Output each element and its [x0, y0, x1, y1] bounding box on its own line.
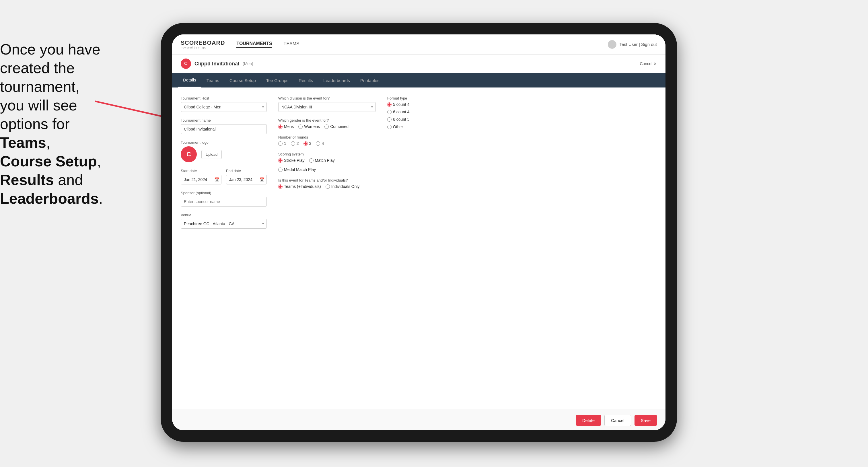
right-column: Format type 5 count 4 6 count 4 6 count …: [387, 96, 468, 400]
scoring-label: Scoring system: [278, 152, 376, 156]
left-column: Tournament Host Clippd College - Men Tou…: [181, 96, 267, 400]
scoring-match[interactable]: Match Play: [309, 158, 335, 163]
host-group: Tournament Host Clippd College - Men: [181, 96, 267, 112]
teams-radio-group: Teams (+Individuals) Individuals Only: [278, 184, 376, 189]
scoring-radio-group: Stroke Play Match Play Medal Match Play: [278, 158, 376, 172]
teams-plus-individuals[interactable]: Teams (+Individuals): [278, 184, 321, 189]
tournament-name: Clippd Invitational: [194, 61, 239, 67]
host-select[interactable]: Clippd College - Men: [181, 102, 267, 112]
nav-logo: SCOREBOARD Powered by clippd: [181, 39, 225, 49]
host-label: Tournament Host: [181, 96, 267, 100]
logo-sub: Powered by clippd: [181, 46, 225, 49]
name-label: Tournament name: [181, 118, 267, 123]
sponsor-input[interactable]: [181, 197, 267, 207]
teams-group: Is this event for Teams and/or Individua…: [278, 178, 376, 189]
division-select-wrapper: NCAA Division III: [278, 102, 376, 112]
logo-group: Tournament logo C Upload: [181, 140, 267, 162]
tab-tee-groups[interactable]: Tee Groups: [261, 73, 294, 88]
start-date-group: Start date 📅: [181, 169, 221, 184]
logo-preview: C: [181, 146, 197, 162]
nav-links: TOURNAMENTS TEAMS: [236, 41, 299, 48]
name-input[interactable]: [181, 124, 267, 134]
upload-button[interactable]: Upload: [202, 150, 222, 159]
venue-group: Venue Peachtree GC - Atlanta - GA: [181, 213, 267, 229]
delete-button[interactable]: Delete: [576, 415, 601, 426]
gender-mens[interactable]: Mens: [278, 124, 294, 129]
tab-details[interactable]: Details: [178, 73, 202, 88]
tab-results[interactable]: Results: [293, 73, 318, 88]
avatar: [608, 40, 616, 49]
logo-label: Tournament logo: [181, 140, 267, 145]
rounds-1[interactable]: 1: [278, 141, 286, 146]
tournament-icon: C: [181, 59, 191, 69]
save-button[interactable]: Save: [634, 415, 657, 426]
division-group: Which division is the event for? NCAA Di…: [278, 96, 376, 112]
format-6count5[interactable]: 6 count 5: [387, 117, 468, 122]
tournament-header: C Clippd Invitational (Men) Cancel ✕: [172, 55, 665, 73]
host-select-wrapper: Clippd College - Men: [181, 102, 267, 112]
nav-left: SCOREBOARD Powered by clippd TOURNAMENTS…: [181, 39, 300, 49]
scoring-medal[interactable]: Medal Match Play: [278, 167, 316, 172]
rounds-3[interactable]: 3: [304, 141, 311, 146]
tab-leaderboards[interactable]: Leaderboards: [318, 73, 355, 88]
end-date-wrapper: 📅: [226, 175, 267, 184]
gender-label: Which gender is the event for?: [278, 118, 376, 123]
format-other[interactable]: Other: [387, 124, 468, 129]
gender-group: Which gender is the event for? Mens Wome…: [278, 118, 376, 129]
instruction-text: Once you have created the tournament, yo…: [0, 40, 126, 208]
rounds-group: Number of rounds 1 2 3: [278, 135, 376, 146]
mid-column: Which division is the event for? NCAA Di…: [278, 96, 376, 400]
end-date-group: End date 📅: [226, 169, 267, 184]
rounds-radio-group: 1 2 3 4: [278, 141, 376, 146]
end-date-label: End date: [226, 169, 267, 173]
rounds-2[interactable]: 2: [291, 141, 299, 146]
sponsor-label: Sponsor (optional): [181, 191, 267, 195]
rounds-4[interactable]: 4: [316, 141, 324, 146]
format-5count4[interactable]: 5 count 4: [387, 102, 468, 107]
tournament-title-row: C Clippd Invitational (Men): [181, 59, 253, 69]
venue-select-wrapper: Peachtree GC - Atlanta - GA: [181, 219, 267, 229]
tournament-meta: (Men): [243, 61, 253, 66]
start-date-label: Start date: [181, 169, 221, 173]
gender-womens[interactable]: Womens: [298, 124, 320, 129]
calendar-icon: 📅: [214, 177, 219, 182]
calendar-icon-end: 📅: [259, 177, 265, 182]
action-bar: Delete Cancel Save: [172, 409, 665, 430]
app-container: SCOREBOARD Powered by clippd TOURNAMENTS…: [172, 34, 665, 430]
nav-link-tournaments[interactable]: TOURNAMENTS: [236, 41, 272, 48]
format-radio-group: 5 count 4 6 count 4 6 count 5 Other: [387, 102, 468, 129]
gender-combined[interactable]: Combined: [324, 124, 348, 129]
format-group: Format type 5 count 4 6 count 4 6 count …: [387, 96, 468, 129]
gender-radio-group: Mens Womens Combined: [278, 124, 376, 129]
scoring-group: Scoring system Stroke Play Match Play Me…: [278, 152, 376, 172]
tab-course-setup[interactable]: Course Setup: [224, 73, 261, 88]
scoring-stroke[interactable]: Stroke Play: [278, 158, 305, 163]
logo-upload-area: C Upload: [181, 146, 267, 162]
division-label: Which division is the event for?: [278, 96, 376, 100]
logo-title: SCOREBOARD: [181, 39, 225, 46]
format-6count4[interactable]: 6 count 4: [387, 110, 468, 114]
nav-right: Test User | Sign out: [608, 40, 657, 49]
tab-bar: Details Teams Course Setup Tee Groups Re…: [172, 73, 665, 88]
venue-select[interactable]: Peachtree GC - Atlanta - GA: [181, 219, 267, 229]
user-sign-out[interactable]: Test User | Sign out: [619, 42, 657, 47]
tab-printables[interactable]: Printables: [355, 73, 385, 88]
teams-individuals-only[interactable]: Individuals Only: [326, 184, 360, 189]
tablet-frame: SCOREBOARD Powered by clippd TOURNAMENTS…: [161, 23, 677, 442]
venue-label: Venue: [181, 213, 267, 217]
rounds-label: Number of rounds: [278, 135, 376, 139]
main-content: Tournament Host Clippd College - Men Tou…: [172, 88, 665, 409]
nav-link-teams[interactable]: TEAMS: [284, 41, 300, 48]
division-select[interactable]: NCAA Division III: [278, 102, 376, 112]
start-date-wrapper: 📅: [181, 175, 221, 184]
date-row: Start date 📅 End date 📅: [181, 169, 267, 191]
tablet-screen: SCOREBOARD Powered by clippd TOURNAMENTS…: [172, 34, 665, 430]
name-group: Tournament name: [181, 118, 267, 134]
top-nav: SCOREBOARD Powered by clippd TOURNAMENTS…: [172, 34, 665, 55]
cancel-button-header[interactable]: Cancel ✕: [640, 61, 657, 66]
tab-teams[interactable]: Teams: [202, 73, 224, 88]
cancel-button[interactable]: Cancel: [604, 415, 631, 426]
teams-label: Is this event for Teams and/or Individua…: [278, 178, 376, 182]
sponsor-group: Sponsor (optional): [181, 191, 267, 207]
format-label: Format type: [387, 96, 468, 100]
